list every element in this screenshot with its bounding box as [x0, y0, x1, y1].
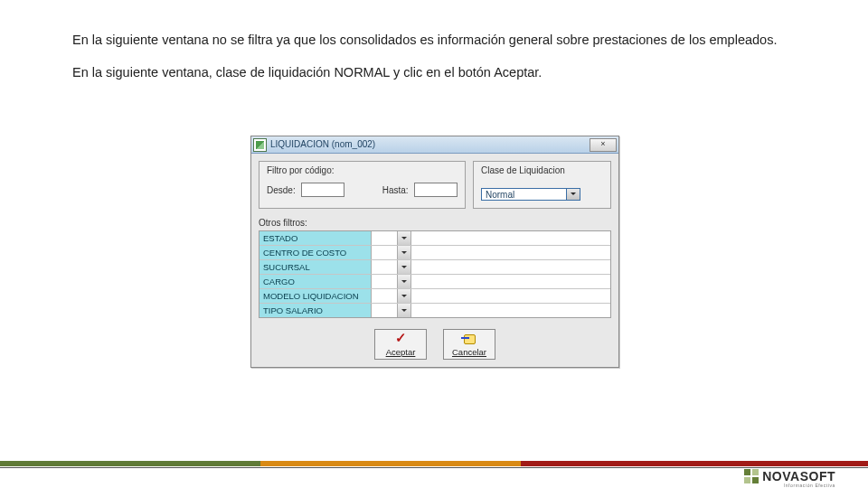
- dialog-body: Filtro por código: Desde: Hasta: Clase d…: [251, 154, 618, 367]
- filter-desc[interactable]: [411, 289, 610, 303]
- filter-value-input[interactable]: [372, 289, 398, 303]
- filter-desc[interactable]: [411, 260, 610, 274]
- brand-underline: [0, 467, 868, 468]
- app-icon: [253, 138, 267, 152]
- brand-stripe: [0, 461, 868, 466]
- titlebar[interactable]: LIQUIDACION (nom_002) ×: [251, 136, 618, 154]
- close-button[interactable]: ×: [590, 138, 617, 152]
- logo-text: NOVASOFT: [762, 469, 835, 483]
- filter-desc[interactable]: [411, 231, 610, 245]
- filter-row: TIPO SALARIO: [259, 304, 610, 317]
- accept-label: Aceptar: [386, 347, 416, 357]
- instruction-text: En la siguiente ventana no se filtra ya …: [72, 33, 814, 98]
- window-title: LIQUIDACION (nom_002): [270, 140, 590, 149]
- combo-value: Normal: [481, 188, 567, 201]
- filter-name: SUCURSAL: [259, 260, 372, 274]
- novasoft-logo: NOVASOFT Información Efectiva: [744, 468, 835, 484]
- filter-name: TIPO SALARIO: [259, 304, 372, 317]
- chevron-down-icon[interactable]: [398, 231, 411, 245]
- chevron-down-icon[interactable]: [398, 260, 411, 274]
- filter-row: CENTRO DE COSTO: [259, 246, 610, 260]
- accept-button[interactable]: Aceptar: [374, 329, 427, 360]
- filter-row: MODELO LIQUIDACION: [259, 289, 610, 304]
- filter-row: SUCURSAL: [259, 260, 610, 275]
- chevron-down-icon[interactable]: [398, 275, 411, 288]
- chevron-down-icon[interactable]: [398, 289, 411, 303]
- filter-value-input[interactable]: [372, 304, 398, 317]
- filter-name: MODELO LIQUIDACION: [259, 289, 372, 303]
- filter-desc[interactable]: [411, 275, 610, 288]
- filter-value-input[interactable]: [372, 231, 398, 245]
- groupbox-filter-legend: Filtro por código:: [267, 165, 458, 175]
- filter-value-input[interactable]: [372, 275, 398, 288]
- input-hasta[interactable]: [414, 183, 458, 197]
- chevron-down-icon[interactable]: [567, 188, 580, 201]
- filter-row: CARGO: [259, 275, 610, 289]
- paragraph-2: En la siguiente ventana, clase de liquid…: [72, 65, 814, 80]
- groupbox-liquidation-class: Clase de Liquidacion Normal: [473, 161, 611, 209]
- filter-name: ESTADO: [259, 231, 372, 245]
- label-hasta: Hasta:: [382, 185, 409, 195]
- filter-name: CENTRO DE COSTO: [259, 246, 372, 259]
- filter-name: CARGO: [259, 275, 372, 288]
- logo-mark: [744, 469, 759, 483]
- groupbox-filter-by-code: Filtro por código: Desde: Hasta:: [259, 161, 466, 209]
- paragraph-1: En la siguiente ventana no se filtra ya …: [72, 33, 814, 47]
- checkmark-icon: [392, 333, 409, 345]
- cancel-icon: [461, 333, 477, 345]
- combo-liquidation-class[interactable]: Normal: [481, 188, 580, 201]
- filters-grid: ESTADO CENTRO DE COSTO SUCURSAL: [259, 230, 611, 318]
- filter-row: ESTADO: [259, 231, 610, 246]
- filter-value-input[interactable]: [372, 260, 398, 274]
- cancel-label: Cancelar: [452, 347, 486, 357]
- logo-tagline: Información Efectiva: [784, 483, 835, 488]
- chevron-down-icon[interactable]: [398, 246, 411, 259]
- chevron-down-icon[interactable]: [398, 304, 411, 317]
- label-desde: Desde:: [267, 185, 296, 195]
- label-other-filters: Otros filtros:: [259, 218, 611, 228]
- filter-value-input[interactable]: [372, 246, 398, 259]
- input-desde[interactable]: [301, 183, 344, 197]
- liquidacion-dialog: LIQUIDACION (nom_002) × Filtro por códig…: [250, 136, 619, 368]
- groupbox-class-legend: Clase de Liquidacion: [481, 165, 603, 175]
- filter-desc[interactable]: [411, 304, 610, 317]
- filter-desc[interactable]: [411, 246, 610, 259]
- slide: En la siguiente ventana no se filtra ya …: [0, 0, 868, 488]
- cancel-button[interactable]: Cancelar: [443, 329, 495, 360]
